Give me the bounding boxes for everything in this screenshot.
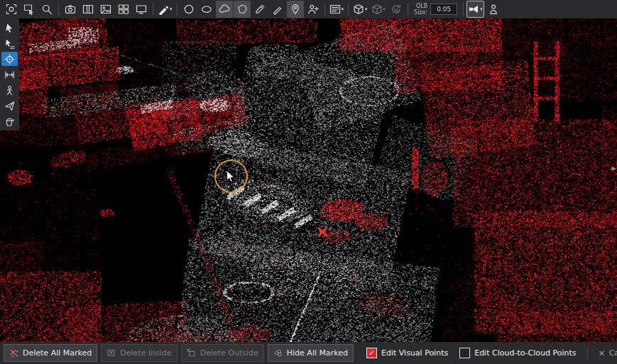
edit-options-group: ✓Edit Visual PointsEdit Cloud-to-Cloud P…	[361, 348, 582, 358]
delete-inside-button: Delete Inside	[101, 344, 177, 362]
spray-icon	[468, 4, 479, 15]
navigate-button[interactable]	[1, 99, 18, 113]
toolbar-separator	[324, 3, 325, 16]
zoom-button[interactable]	[38, 1, 55, 18]
add-person-button[interactable]	[305, 1, 322, 18]
select-window-button[interactable]	[21, 1, 38, 18]
svg-text:M: M	[394, 8, 398, 13]
split-view-button[interactable]	[80, 1, 97, 18]
camera-icon	[65, 4, 76, 15]
cube-wire-button: ▾	[370, 1, 388, 18]
application-window: ▾▾▾▾MQLBSize:▾ ▸ Delete All MarkedDelete…	[0, 0, 617, 364]
paint-bucket-button[interactable]	[1, 114, 18, 128]
navigate-icon	[4, 101, 15, 111]
select-arrow-button[interactable]	[1, 21, 18, 35]
chevron-down-icon: ▾	[365, 6, 368, 12]
checkbox-box	[459, 348, 470, 358]
pin-button[interactable]	[287, 1, 304, 18]
person-button[interactable]	[485, 1, 502, 18]
cloud-select-icon	[219, 4, 230, 15]
pin-icon	[290, 4, 301, 15]
select-window-icon	[23, 4, 35, 15]
screen-button[interactable]	[133, 1, 150, 18]
zoom-icon	[41, 4, 53, 15]
toolbar-group: ▾	[466, 1, 502, 18]
toolbar-separator	[177, 3, 178, 16]
panel-expand-arrow[interactable]: ▸	[611, 163, 616, 172]
qlb-size-input[interactable]	[430, 4, 457, 15]
thumbnails-button[interactable]	[115, 1, 132, 18]
checkbox-label: Edit Visual Points	[381, 348, 448, 358]
pencil-button[interactable]	[269, 1, 286, 18]
left-toolbar	[0, 18, 19, 131]
qlb-size-control: QLBSize:	[414, 3, 457, 16]
image-button[interactable]	[97, 1, 114, 18]
reset-m-icon: M	[391, 4, 402, 15]
view-menu-button[interactable]: ▾	[328, 1, 346, 18]
toolbar-group: ▾	[328, 1, 346, 18]
top-toolbar: ▾▾▾▾MQLBSize:▾	[0, 0, 617, 18]
marked-actions-group: Delete All MarkedDelete InsideDelete Out…	[4, 344, 354, 362]
measure-button[interactable]	[1, 67, 18, 82]
button-label: Delete Inside	[120, 348, 171, 358]
bottombar-separator	[587, 348, 588, 359]
ellipse-select-button[interactable]	[198, 1, 215, 18]
edit-cloud-to-cloud-points-checkbox[interactable]: Edit Cloud-to-Cloud Points	[459, 348, 576, 358]
scan-station-button[interactable]	[1, 83, 18, 97]
camera-button[interactable]	[62, 1, 79, 18]
chevron-down-icon: ▾	[170, 6, 173, 12]
close-icon: ×	[599, 348, 606, 358]
screen-icon	[136, 4, 147, 15]
bottom-toolbar: Delete All MarkedDelete InsideDelete Out…	[0, 342, 617, 364]
thumbnails-icon	[118, 4, 129, 15]
polygon-select-button[interactable]	[234, 1, 251, 18]
toolbar-group	[62, 1, 150, 18]
delete-all-marked-button[interactable]: Delete All Marked	[4, 344, 97, 362]
check-icon: ✓	[368, 350, 374, 357]
point-cloud-viewport[interactable]	[0, 18, 617, 342]
toolbar-separator	[348, 3, 349, 16]
chevron-down-icon: ▾	[383, 6, 386, 12]
toolbar-separator	[153, 3, 153, 16]
spray-button[interactable]: ▾	[466, 1, 484, 18]
toolbar-separator	[463, 3, 464, 16]
edit-visual-points-checkbox[interactable]: ✓Edit Visual Points	[366, 348, 448, 358]
checkbox-box: ✓	[366, 348, 377, 358]
qlb-size-label: QLBSize:	[414, 3, 427, 16]
marker-pen-button[interactable]: ▾	[156, 1, 174, 18]
fit-view-icon	[6, 4, 17, 15]
toolbar-group	[3, 1, 55, 18]
cube-button[interactable]: ▾	[351, 1, 369, 18]
button-label: Delete All Marked	[23, 348, 92, 358]
toolbar-group: ▾▾M	[351, 1, 405, 18]
polygon-select-icon	[236, 4, 248, 15]
circle-select-button[interactable]	[180, 1, 197, 18]
ellipse-select-icon	[201, 4, 212, 15]
mouse-cursor-icon	[226, 170, 238, 182]
cube-wire-icon	[371, 4, 383, 15]
mark-points-button[interactable]	[1, 52, 18, 66]
chevron-down-icon: ▾	[480, 6, 483, 12]
delete-outside-icon	[187, 348, 197, 358]
chevron-down-icon: ▾	[342, 6, 344, 12]
hide-marked-icon	[273, 348, 283, 358]
person-icon	[488, 4, 499, 15]
hide-all-marked-button[interactable]: Hide All Marked	[268, 344, 354, 362]
view-menu-icon	[329, 4, 341, 15]
button-label: Delete Outside	[200, 348, 258, 358]
paint-bucket-icon	[4, 116, 15, 127]
error-x-marker	[317, 226, 329, 238]
marker-pen-icon	[158, 4, 169, 15]
select-arrow-icon	[4, 23, 15, 33]
cube-icon	[353, 4, 364, 15]
scan-station-icon	[4, 85, 15, 96]
cloud-select-button[interactable]	[216, 1, 233, 18]
circle-select-icon	[183, 4, 195, 15]
delete-outside-button: Delete Outside	[181, 344, 264, 362]
toolbar-separator	[408, 3, 408, 16]
select-marquee-button[interactable]	[1, 36, 18, 50]
toolbar-group: ▾	[156, 1, 174, 18]
cancel-button[interactable]: × Cancel	[599, 348, 617, 358]
eyedropper-button[interactable]	[251, 1, 268, 18]
fit-view-button[interactable]	[3, 1, 20, 18]
